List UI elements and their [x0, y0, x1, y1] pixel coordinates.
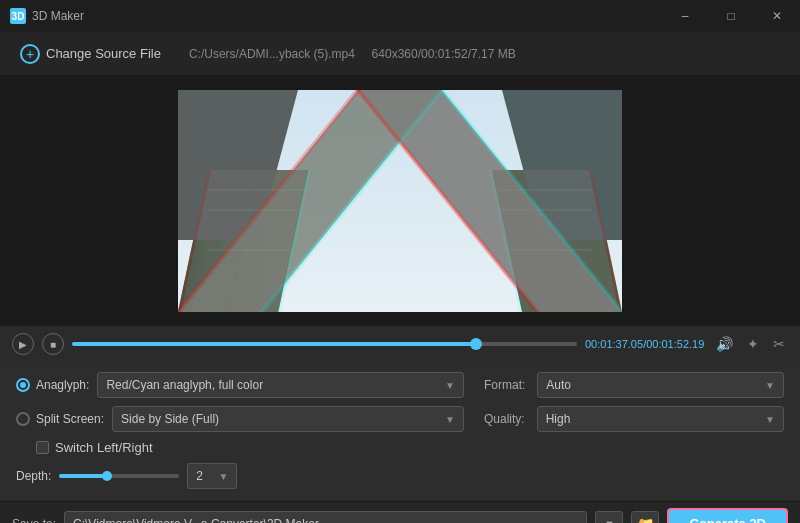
- left-settings: Anaglyph: Red/Cyan anaglyph, full color …: [16, 372, 464, 493]
- quality-select-arrow: ▼: [765, 414, 775, 425]
- window-controls: – □ ✕: [662, 0, 800, 32]
- quality-select[interactable]: High ▼: [537, 406, 784, 432]
- preview-area: [0, 76, 800, 326]
- settings-panel: Anaglyph: Red/Cyan anaglyph, full color …: [0, 362, 800, 501]
- depth-label: Depth:: [16, 469, 51, 483]
- format-select-arrow: ▼: [765, 380, 775, 391]
- star-icon[interactable]: ✦: [744, 336, 762, 352]
- right-settings: Format: Auto ▼ Quality: High ▼: [484, 372, 784, 493]
- app-title: 3D Maker: [32, 9, 84, 23]
- toolbar: + Change Source File C:/Users/ADMI...yba…: [0, 32, 800, 76]
- format-select[interactable]: Auto ▼: [537, 372, 784, 398]
- plus-circle-icon: +: [20, 44, 40, 64]
- depth-slider[interactable]: [59, 474, 179, 478]
- minimize-button[interactable]: –: [662, 0, 708, 32]
- browse-folder-button[interactable]: 📁: [631, 511, 659, 524]
- splitscreen-label[interactable]: Split Screen:: [16, 412, 104, 426]
- switch-lr-checkbox[interactable]: [36, 441, 49, 454]
- video-preview: [178, 90, 622, 312]
- playback-controls: ▶ ■ 00:01:37.05/00:01:52.19 🔊 ✦ ✂: [0, 326, 800, 362]
- volume-icon[interactable]: 🔊: [713, 336, 736, 352]
- splitscreen-radio[interactable]: [16, 412, 30, 426]
- generate-3d-button[interactable]: Generate 3D: [667, 508, 788, 524]
- maximize-button[interactable]: □: [708, 0, 754, 32]
- anaglyph-row: Anaglyph: Red/Cyan anaglyph, full color …: [16, 372, 464, 398]
- depth-value-select[interactable]: 2 ▼: [187, 463, 237, 489]
- anaglyph-label[interactable]: Anaglyph:: [16, 378, 89, 392]
- save-path-display: C:\Vidmore\Vidmore V...o Converter\3D Ma…: [64, 511, 587, 524]
- save-bar: Save to: C:\Vidmore\Vidmore V...o Conver…: [0, 501, 800, 523]
- depth-select-arrow: ▼: [218, 471, 228, 482]
- stop-button[interactable]: ■: [42, 333, 64, 355]
- depth-row: Depth: 2 ▼: [16, 463, 464, 489]
- save-label: Save to:: [12, 517, 56, 524]
- splitscreen-select[interactable]: Side by Side (Full) ▼: [112, 406, 464, 432]
- switch-lr-label: Switch Left/Right: [55, 440, 153, 455]
- close-button[interactable]: ✕: [754, 0, 800, 32]
- progress-bar[interactable]: [72, 342, 577, 346]
- time-display: 00:01:37.05/00:01:52.19: [585, 338, 705, 350]
- save-path-dropdown[interactable]: ▼: [595, 511, 623, 524]
- app-icon: 3D: [10, 8, 26, 24]
- anaglyph-select-arrow: ▼: [445, 380, 455, 391]
- format-row: Format: Auto ▼: [484, 372, 784, 398]
- folder-icon: 📁: [637, 516, 654, 524]
- quality-row: Quality: High ▼: [484, 406, 784, 432]
- title-bar: 3D 3D Maker – □ ✕: [0, 0, 800, 32]
- switch-lr-row: Switch Left/Right: [36, 440, 464, 455]
- anaglyph-select[interactable]: Red/Cyan anaglyph, full color ▼: [97, 372, 464, 398]
- play-button[interactable]: ▶: [12, 333, 34, 355]
- scissors-icon[interactable]: ✂: [770, 336, 788, 352]
- file-info: C:/Users/ADMI...yback (5).mp4 640x360/00…: [189, 47, 516, 61]
- progress-fill: [72, 342, 476, 346]
- quality-label: Quality:: [484, 412, 525, 426]
- format-label: Format:: [484, 378, 525, 392]
- progress-thumb: [470, 338, 482, 350]
- splitscreen-select-arrow: ▼: [445, 414, 455, 425]
- anaglyph-radio[interactable]: [16, 378, 30, 392]
- splitscreen-row: Split Screen: Side by Side (Full) ▼: [16, 406, 464, 432]
- change-source-button[interactable]: + Change Source File: [12, 40, 169, 68]
- depth-slider-fill: [59, 474, 107, 478]
- depth-slider-thumb: [102, 471, 112, 481]
